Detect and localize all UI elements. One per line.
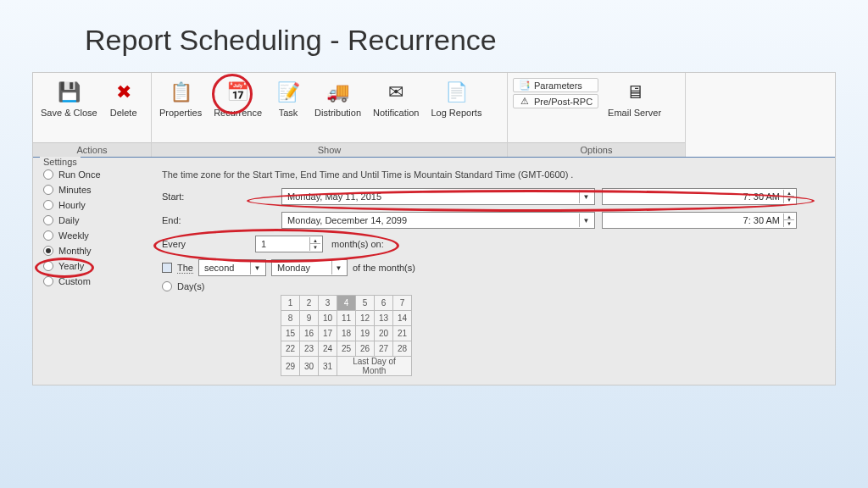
save-close-button[interactable]: 💾 Save & Close: [35, 75, 103, 137]
ordinal-dropdown[interactable]: second ▼: [198, 259, 266, 276]
radio-custom-label: Custom: [58, 276, 91, 286]
save-close-label: Save & Close: [41, 108, 97, 118]
day-cell[interactable]: 30: [300, 357, 319, 376]
day-cell[interactable]: 1: [281, 296, 300, 311]
day-cell[interactable]: 19: [356, 326, 375, 341]
task-label: Task: [279, 108, 298, 118]
day-cell[interactable]: 3: [319, 296, 337, 311]
start-time-spinner[interactable]: 7: 30 AM ▲▼: [602, 188, 797, 205]
day-cell[interactable]: 5: [356, 296, 375, 311]
day-cell[interactable]: 27: [375, 341, 393, 357]
radio-run-once-label: Run Once: [58, 169, 101, 180]
spinner-buttons[interactable]: ▲▼: [783, 190, 794, 203]
end-date-dropdown[interactable]: Monday, December 14, 2099 ▼: [281, 212, 595, 229]
day-cell[interactable]: 10: [319, 311, 337, 326]
day-cell[interactable]: 18: [337, 326, 356, 341]
day-cell[interactable]: 2: [300, 296, 319, 311]
months-on-label: month(s) on:: [331, 239, 384, 249]
day-cell[interactable]: 23: [300, 341, 319, 357]
app-window: 💾 Save & Close ✖ Delete Actions 📋 Proper…: [32, 72, 836, 385]
the-pattern-row: The second ▼ Monday ▼ of the month(s): [162, 259, 828, 276]
log-reports-label: Log Reports: [431, 108, 481, 118]
radio-run-once[interactable]: Run Once: [43, 169, 145, 180]
day-cell[interactable]: 22: [281, 341, 300, 357]
chevron-down-icon: ▼: [331, 261, 345, 274]
day-cell[interactable]: 20: [375, 326, 393, 341]
radio-custom[interactable]: Custom: [43, 276, 145, 286]
end-time-spinner[interactable]: 7: 30 AM ▲▼: [602, 212, 797, 229]
recurrence-icon: 📅: [225, 79, 252, 106]
start-date-dropdown[interactable]: Monday, May 11, 2015 ▼: [281, 188, 595, 205]
rpc-label: Pre/Post-RPC: [534, 97, 593, 107]
radio-monthly[interactable]: Monthly: [43, 246, 145, 256]
day-cell[interactable]: 17: [319, 326, 337, 341]
delete-button[interactable]: ✖ Delete: [103, 75, 144, 137]
recurrence-button[interactable]: 📅 Recurrence: [208, 75, 268, 137]
spinner-buttons[interactable]: ▲▼: [309, 237, 320, 251]
email-server-label: Email Server: [608, 108, 661, 118]
email-server-icon: 🖥: [621, 79, 648, 106]
end-date-value: Monday, December 14, 2099: [287, 215, 407, 225]
day-cell[interactable]: 28: [393, 341, 412, 357]
day-cell[interactable]: 13: [375, 311, 393, 326]
day-cell[interactable]: 25: [337, 341, 356, 357]
day-cell[interactable]: 24: [319, 341, 337, 357]
end-row: End: Monday, December 14, 2099 ▼ 7: 30 A…: [162, 212, 828, 229]
every-months-spinner[interactable]: 1 ▲▼: [255, 236, 323, 252]
day-cell[interactable]: 6: [375, 296, 393, 311]
day-cell[interactable]: 12: [356, 311, 375, 326]
ordinal-value: second: [204, 263, 234, 273]
parameters-icon: 📑: [519, 80, 531, 91]
every-label: Every: [162, 239, 204, 249]
radio-days[interactable]: Day(s): [162, 281, 828, 291]
notification-button[interactable]: ✉ Notification: [367, 75, 425, 137]
radio-monthly-label: Monthly: [58, 246, 92, 256]
group-label-show: Show: [152, 142, 507, 157]
save-icon: 💾: [55, 79, 82, 106]
notification-icon: ✉: [382, 79, 409, 106]
distribution-icon: 🚚: [325, 79, 352, 106]
distribution-button[interactable]: 🚚 Distribution: [309, 75, 367, 137]
radio-yearly[interactable]: Yearly: [43, 261, 145, 271]
task-button[interactable]: 📝 Task: [268, 75, 309, 137]
last-day-cell[interactable]: Last Day of Month: [337, 357, 412, 376]
day-cell[interactable]: 16: [300, 326, 319, 341]
day-cell[interactable]: 21: [393, 326, 412, 341]
ribbon: 💾 Save & Close ✖ Delete Actions 📋 Proper…: [33, 73, 835, 157]
radio-minutes[interactable]: Minutes: [43, 185, 145, 195]
day-cell[interactable]: 7: [393, 296, 412, 311]
day-cell[interactable]: 4: [337, 296, 356, 311]
day-of-month-grid: 1234567891011121314151617181920212223242…: [281, 295, 412, 376]
the-checkbox[interactable]: [162, 263, 172, 273]
start-date-value: Monday, May 11, 2015: [287, 191, 381, 202]
day-cell[interactable]: 15: [281, 326, 300, 341]
radio-minutes-label: Minutes: [58, 185, 92, 195]
log-reports-button[interactable]: 📄 Log Reports: [425, 75, 487, 137]
slide-title: Report Scheduling - Recurrence: [0, 0, 868, 72]
rpc-icon: ⚠: [519, 96, 531, 107]
recurrence-type-list: Run Once Minutes Hourly Daily Weekly Mon…: [43, 169, 145, 378]
pre-post-rpc-button[interactable]: ⚠ Pre/Post-RPC: [513, 94, 598, 108]
parameters-label: Parameters: [534, 80, 582, 91]
day-cell[interactable]: 29: [281, 357, 300, 376]
day-cell[interactable]: 31: [319, 357, 337, 376]
parameters-button[interactable]: 📑 Parameters: [513, 78, 598, 92]
day-cell[interactable]: 14: [393, 311, 412, 326]
end-label: End:: [162, 215, 204, 225]
radio-weekly[interactable]: Weekly: [43, 230, 145, 241]
radio-hourly[interactable]: Hourly: [43, 200, 145, 210]
day-cell[interactable]: 9: [300, 311, 319, 326]
email-server-button[interactable]: 🖥 Email Server: [602, 75, 667, 137]
weekday-dropdown[interactable]: Monday ▼: [271, 259, 348, 276]
radio-daily[interactable]: Daily: [43, 215, 145, 225]
settings-legend: Settings: [40, 157, 81, 167]
timezone-note: The time zone for the Start Time, End Ti…: [162, 169, 828, 180]
properties-button[interactable]: 📋 Properties: [153, 75, 208, 137]
of-month-label: of the month(s): [353, 263, 415, 273]
radio-yearly-label: Yearly: [58, 261, 84, 271]
day-cell[interactable]: 26: [356, 341, 375, 357]
ribbon-group-show: 📋 Properties 📅 Recurrence 📝 Task 🚚 Distr…: [152, 73, 508, 157]
spinner-buttons[interactable]: ▲▼: [783, 214, 794, 227]
day-cell[interactable]: 11: [337, 311, 356, 326]
day-cell[interactable]: 8: [281, 311, 300, 326]
